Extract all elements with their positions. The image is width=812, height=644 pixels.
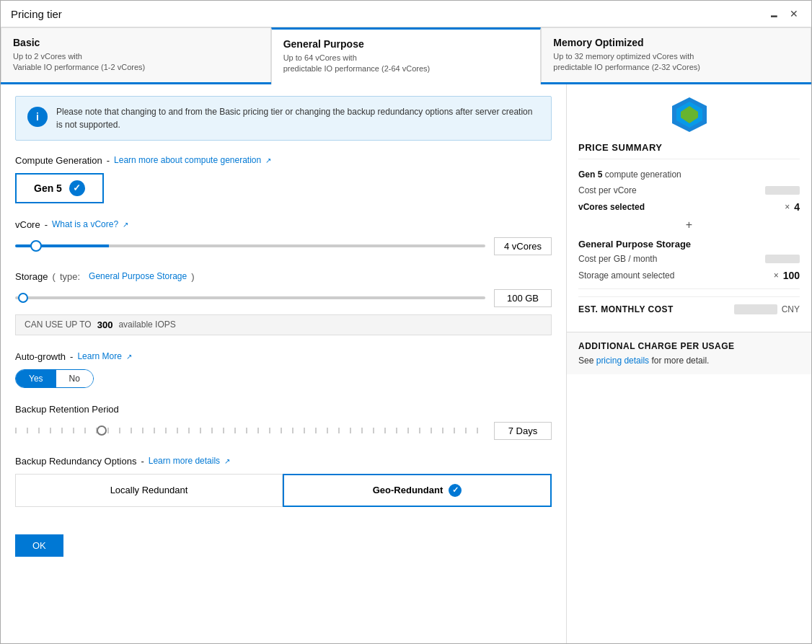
dialog-title: Pricing tier bbox=[11, 8, 62, 20]
storage-section: Storage ( type: General Purpose Storage … bbox=[15, 271, 552, 335]
tab-memory-label: Memory Optimized bbox=[553, 37, 799, 48]
tab-general-label: General Purpose bbox=[283, 38, 529, 50]
tab-memory[interactable]: Memory Optimized Up to 32 memory optimiz… bbox=[541, 27, 811, 82]
compute-generation-link[interactable]: Learn more about compute generation bbox=[114, 155, 261, 165]
price-storage-amount-row: Storage amount selected × 100 bbox=[578, 270, 800, 281]
auto-growth-section: Auto-growth - Learn More ↗ Yes No bbox=[15, 351, 552, 388]
price-cost-gb-label: Cost per GB / month bbox=[578, 254, 657, 264]
price-summary: PRICE SUMMARY Gen 5 compute generation C… bbox=[567, 84, 811, 326]
price-est-value: CNY bbox=[734, 304, 800, 314]
ok-button[interactable]: OK bbox=[15, 534, 63, 557]
gen5-option[interactable]: Gen 5 ✓ bbox=[15, 173, 104, 203]
locally-redundant-btn[interactable]: Locally Redundant bbox=[15, 474, 283, 507]
price-gen-label: Gen 5 compute generation bbox=[578, 169, 681, 180]
price-divider bbox=[578, 288, 800, 289]
price-cost-vcore-row: Cost per vCore bbox=[578, 185, 800, 195]
backup-retention-label: Backup Retention Period bbox=[15, 404, 552, 415]
pricing-tier-dialog: Pricing tier 🗕 ✕ Basic Up to 2 vCores wi… bbox=[0, 0, 812, 644]
close-button[interactable]: ✕ bbox=[787, 6, 801, 21]
iops-suffix: available IOPS bbox=[118, 319, 175, 330]
tab-general[interactable]: General Purpose Up to 64 vCores with pre… bbox=[271, 27, 542, 84]
vcore-value-display: 4 vCores bbox=[494, 237, 552, 255]
storage-type-link[interactable]: General Purpose Storage bbox=[89, 271, 187, 281]
price-est-label: EST. MONTHLY COST bbox=[578, 304, 674, 314]
main-panel: i Please note that changing to and from … bbox=[1, 84, 566, 643]
price-summary-title: PRICE SUMMARY bbox=[578, 142, 800, 159]
info-icon: i bbox=[27, 107, 48, 127]
price-est-box bbox=[734, 304, 777, 314]
vcore-slider[interactable] bbox=[15, 244, 485, 247]
tab-basic-label: Basic bbox=[13, 37, 259, 48]
price-cost-gb-value bbox=[765, 255, 800, 263]
tab-basic[interactable]: Basic Up to 2 vCores with Variable IO pe… bbox=[1, 27, 271, 82]
vcore-section: vCore - What is a vCore? ↗ 4 vCores bbox=[15, 219, 552, 255]
backup-retention-section: Backup Retention Period 7 Days bbox=[15, 404, 552, 440]
auto-growth-no-btn[interactable]: No bbox=[56, 370, 93, 387]
additional-charge-title: ADDITIONAL CHARGE PER USAGE bbox=[578, 341, 800, 351]
tab-basic-desc2: Variable IO performance (1-2 vCores) bbox=[13, 62, 259, 73]
price-logo bbox=[578, 96, 800, 133]
auto-growth-label: Auto-growth - Learn More ↗ bbox=[15, 351, 552, 362]
backup-redundancy-section: Backup Redundancy Options - Learn more d… bbox=[15, 456, 552, 507]
auto-growth-toggle: Yes No bbox=[15, 369, 94, 388]
info-banner-text: Please note that changing to and from th… bbox=[56, 105, 539, 131]
redundancy-options: Locally Redundant Geo-Redundant ✓ bbox=[15, 474, 552, 507]
auto-growth-link[interactable]: Learn More bbox=[77, 351, 121, 361]
price-cost-vcore-label: Cost per vCore bbox=[578, 185, 637, 195]
iops-bar: CAN USE UP TO 300 available IOPS bbox=[15, 314, 552, 335]
vcore-slider-container: 4 vCores bbox=[15, 237, 552, 255]
vcore-label: vCore - What is a vCore? ↗ bbox=[15, 219, 552, 230]
title-bar: Pricing tier 🗕 ✕ bbox=[1, 1, 811, 27]
backup-retention-slider-container: 7 Days bbox=[15, 422, 552, 440]
backup-redundancy-label: Backup Redundancy Options - Learn more d… bbox=[15, 456, 552, 467]
info-banner: i Please note that changing to and from … bbox=[15, 96, 552, 141]
tab-general-desc1: Up to 64 vCores with bbox=[283, 53, 529, 63]
storage-value-display: 100 GB bbox=[494, 289, 552, 307]
compute-generation-section: Compute Generation - Learn more about co… bbox=[15, 155, 552, 203]
geo-redundant-btn[interactable]: Geo-Redundant ✓ bbox=[283, 474, 552, 507]
tabs-bar: Basic Up to 2 vCores with Variable IO pe… bbox=[1, 27, 811, 84]
backup-redundancy-link[interactable]: Learn more details bbox=[149, 456, 220, 466]
price-vcores-row: vCores selected × 4 bbox=[578, 201, 800, 213]
price-est-currency: CNY bbox=[782, 304, 800, 314]
price-cost-gb-row: Cost per GB / month bbox=[578, 254, 800, 264]
azure-logo bbox=[671, 96, 708, 133]
compute-generation-label: Compute Generation - Learn more about co… bbox=[15, 155, 552, 166]
vcore-link[interactable]: What is a vCore? bbox=[52, 219, 118, 229]
pricing-details-link[interactable]: pricing details bbox=[596, 356, 649, 366]
tab-memory-desc1: Up to 32 memory optimized vCores with bbox=[553, 51, 799, 62]
gen5-label: Gen 5 bbox=[34, 182, 62, 194]
price-plus-sign: + bbox=[578, 219, 800, 231]
price-storage-value: 100 bbox=[783, 270, 800, 281]
backup-retention-slider[interactable] bbox=[15, 428, 485, 433]
iops-value: 300 bbox=[97, 319, 113, 330]
price-vcores-value: 4 bbox=[794, 201, 800, 213]
storage-slider[interactable] bbox=[15, 296, 485, 299]
price-gen-row: Gen 5 compute generation bbox=[578, 169, 800, 180]
tab-basic-desc1: Up to 2 vCores with bbox=[13, 51, 259, 62]
minimize-button[interactable]: 🗕 bbox=[767, 6, 781, 21]
price-vcores-label: vCores selected bbox=[578, 202, 645, 212]
gen5-check-icon: ✓ bbox=[69, 180, 85, 196]
storage-slider-container: 100 GB bbox=[15, 289, 552, 307]
iops-prefix: CAN USE UP TO bbox=[25, 319, 92, 330]
content-area: i Please note that changing to and from … bbox=[1, 84, 811, 643]
additional-charge-section: ADDITIONAL CHARGE PER USAGE See pricing … bbox=[567, 332, 811, 374]
backup-retention-value: 7 Days bbox=[494, 422, 552, 440]
price-storage-title: General Purpose Storage bbox=[578, 239, 800, 250]
title-controls: 🗕 ✕ bbox=[767, 6, 801, 21]
tab-general-desc2: predictable IO performance (2-64 vCores) bbox=[283, 63, 529, 74]
side-panel: PRICE SUMMARY Gen 5 compute generation C… bbox=[566, 84, 811, 643]
tab-memory-desc2: predictable IO performance (2-32 vCores) bbox=[553, 62, 799, 73]
additional-charge-text: See pricing details for more detail. bbox=[578, 356, 800, 366]
price-cost-vcore-value bbox=[765, 186, 800, 195]
geo-redundant-check-icon: ✓ bbox=[449, 484, 462, 497]
price-est-row: EST. MONTHLY COST CNY bbox=[578, 296, 800, 314]
auto-growth-yes-btn[interactable]: Yes bbox=[16, 370, 56, 387]
storage-label: Storage ( type: General Purpose Storage … bbox=[15, 271, 552, 282]
price-storage-amount-label: Storage amount selected bbox=[578, 270, 674, 281]
